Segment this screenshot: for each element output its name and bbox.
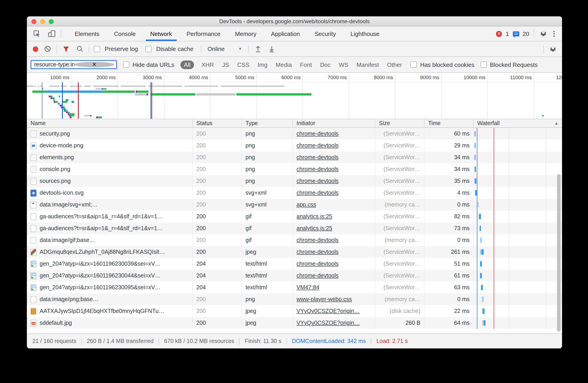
filter-type-font[interactable]: Font	[299, 60, 313, 69]
issues-message-icon[interactable]	[513, 31, 519, 36]
settings-gear-icon[interactable]	[539, 29, 548, 38]
filter-type-css[interactable]: CSS	[236, 60, 250, 69]
overview-request-bar	[46, 90, 103, 93]
request-row[interactable]: AATXAJywSIpD1jf4EbqHXTfbe0mnyHqGFNTu…200…	[27, 305, 562, 317]
column-header-type[interactable]: Type	[242, 119, 293, 127]
initiator-link[interactable]: www-player-webp.css	[296, 296, 352, 303]
request-type: gif	[242, 234, 293, 246]
hide-data-urls-checkbox[interactable]	[123, 61, 129, 68]
filter-input[interactable]: resource-type:image ✕	[31, 60, 117, 69]
error-badge-icon[interactable]: ✕	[496, 31, 502, 37]
request-row[interactable]: ga-audiences?t=sr&aip=1&_r=4&slf_rd=1&v=…	[27, 211, 562, 222]
search-icon[interactable]	[75, 44, 84, 54]
initiator-link[interactable]: chrome-devtools	[296, 142, 339, 149]
initiator-link[interactable]: chrome-devtools	[296, 249, 339, 255]
filter-type-doc[interactable]: Doc	[319, 60, 331, 69]
initiator-link[interactable]: app.css	[296, 202, 316, 208]
column-header-initiator[interactable]: Initiator	[293, 119, 375, 127]
more-options-icon[interactable]	[552, 30, 557, 38]
initiator-link[interactable]: chrome-devtools	[296, 190, 339, 196]
clear-network-log-icon[interactable]	[43, 44, 52, 54]
request-name: ADGmqu8qexLZuhphT_0Aj88Ng8riLFKASQIslt…	[40, 249, 165, 255]
filter-funnel-icon[interactable]	[62, 44, 71, 54]
filter-type-img[interactable]: Img	[257, 60, 268, 69]
overview-tick-label: 7000 ms	[328, 75, 349, 80]
clear-filter-icon[interactable]: ✕	[74, 62, 114, 67]
tab-application[interactable]: Application	[264, 26, 307, 41]
tab-security[interactable]: Security	[307, 26, 343, 41]
overview-request-bar	[63, 106, 65, 108]
request-name: sources.png	[40, 178, 71, 184]
initiator-link[interactable]: analytics.js:25	[296, 213, 332, 220]
initiator-link[interactable]: VM47:84	[296, 284, 319, 291]
request-row[interactable]: data:image/png;base…200pngwww-player-web…	[27, 293, 562, 305]
filter-type-ws[interactable]: WS	[338, 60, 349, 69]
column-header-time[interactable]: Time	[424, 119, 474, 127]
device-toolbar-icon[interactable]	[47, 29, 56, 38]
initiator-link[interactable]: chrome-devtools	[296, 261, 339, 267]
request-row[interactable]: sddefault.jpg200jpegVYyQv0CSZOE?origin…2…	[27, 317, 562, 329]
filter-type-xhr[interactable]: XHR	[200, 60, 215, 69]
import-har-icon[interactable]	[253, 44, 262, 54]
filter-type-all[interactable]: All	[180, 60, 194, 69]
overview-request-bar	[121, 86, 146, 87]
request-row[interactable]: device-mode.png200pngchrome-devtools(Ser…	[27, 140, 562, 152]
request-row[interactable]: sources.png200pngchrome-devtools(Service…	[27, 175, 562, 187]
tab-elements[interactable]: Elements	[67, 26, 106, 41]
message-count: 20	[523, 30, 529, 37]
filter-type-js[interactable]: JS	[221, 60, 230, 69]
column-header-status[interactable]: Status	[193, 119, 242, 127]
request-time: 63 ms	[424, 282, 474, 293]
disable-cache-checkbox[interactable]	[145, 46, 152, 52]
filter-type-manifest[interactable]: Manifest	[356, 60, 380, 69]
overview-request-bar	[70, 116, 71, 118]
filter-type-other[interactable]: Other	[386, 60, 403, 69]
tab-lighthouse[interactable]: Lighthouse	[343, 26, 387, 41]
initiator-link[interactable]: chrome-devtools	[296, 272, 339, 279]
initiator-link[interactable]: chrome-devtools	[296, 178, 339, 184]
network-settings-gear-icon[interactable]	[548, 44, 557, 54]
inspect-element-icon[interactable]	[32, 29, 42, 38]
request-row[interactable]: data:image/svg+xml;…200svg+xmlapp.css(me…	[27, 199, 562, 211]
initiator-link[interactable]: VYyQv0CSZOE?origin…	[296, 308, 360, 314]
tab-network[interactable]: Network	[143, 26, 179, 41]
request-row[interactable]: elements.png200pngchrome-devtools(Servic…	[27, 152, 562, 163]
export-har-icon[interactable]	[267, 44, 276, 54]
waterfall-cell	[474, 317, 562, 329]
request-row[interactable]: devtools-icon.svg200svg+xmlchrome-devtoo…	[27, 187, 562, 199]
blocked-requests-checkbox[interactable]	[480, 61, 487, 68]
request-row[interactable]: gen_204?atyp=i&zx=1601196230095&sei=xV…2…	[27, 282, 562, 293]
initiator-link[interactable]: VYyQv0CSZOE?origin…	[296, 320, 360, 326]
request-row[interactable]: gen_204?atyp=i&zx=1601196230044&sei=xV…2…	[27, 270, 562, 282]
initiator-link[interactable]: analytics.js:25	[296, 225, 332, 231]
tab-console[interactable]: Console	[106, 26, 143, 41]
waterfall-bar	[474, 143, 475, 148]
tab-performance[interactable]: Performance	[179, 26, 228, 41]
tab-memory[interactable]: Memory	[228, 26, 264, 41]
request-time: 0 ms	[424, 199, 474, 211]
record-network-log-icon[interactable]	[33, 46, 38, 52]
preserve-log-checkbox[interactable]	[94, 46, 100, 52]
network-overview-timeline[interactable]: 1000 ms2000 ms3000 ms4000 ms5000 ms6000 …	[27, 73, 562, 119]
image-doc-icon	[31, 142, 36, 149]
request-row[interactable]: data:image/gif;base…200gifchrome-devtool…	[27, 234, 562, 246]
request-row[interactable]: console.png200pngchrome-devtools(Service…	[27, 163, 562, 175]
column-header-size[interactable]: Size	[375, 119, 424, 127]
column-header-name[interactable]: Name	[27, 119, 193, 127]
request-status: 200	[193, 199, 242, 211]
initiator-link[interactable]: chrome-devtools	[296, 166, 339, 172]
throttling-dropdown[interactable]: Online ▼	[206, 45, 244, 52]
request-row[interactable]: security.png200pngchrome-devtools(Servic…	[27, 128, 562, 140]
initiator-link[interactable]: chrome-devtools	[296, 154, 339, 161]
initiator-link[interactable]: chrome-devtools	[296, 237, 339, 243]
request-row[interactable]: ADGmqu8qexLZuhphT_0Aj88Ng8riLFKASQIslt…2…	[27, 246, 562, 258]
request-row[interactable]: ga-audiences?t=sr&aip=1&_r=4&slf_rd=1&v=…	[27, 222, 562, 234]
initiator-link[interactable]: chrome-devtools	[296, 131, 339, 137]
waterfall-cell	[474, 163, 562, 175]
filter-type-media[interactable]: Media	[275, 60, 293, 69]
vertical-scrollbar[interactable]	[557, 174, 561, 332]
request-row[interactable]: gen_204?atyp=i&zx=1601196230039&sei=xV…2…	[27, 258, 562, 270]
request-type: png	[242, 175, 293, 187]
has-blocked-cookies-checkbox[interactable]	[411, 61, 417, 68]
column-header-waterfall[interactable]: Waterfall▲	[474, 119, 562, 127]
